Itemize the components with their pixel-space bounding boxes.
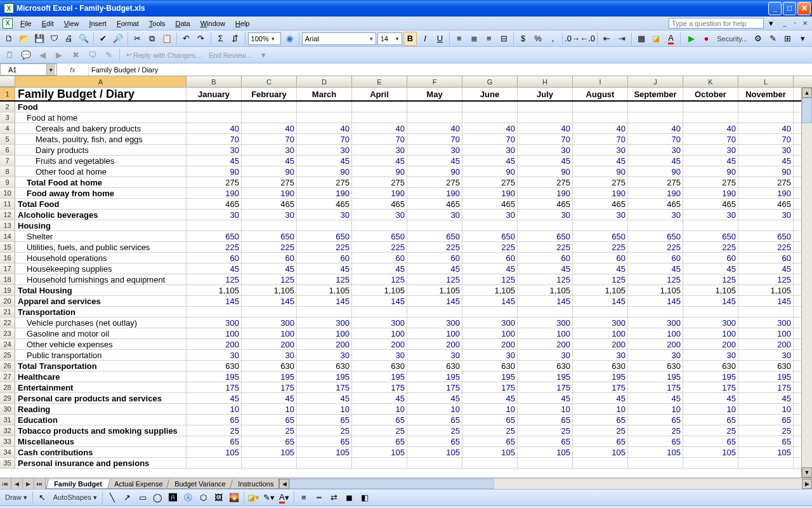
shadow-icon[interactable]: ◼ <box>343 491 357 505</box>
cell-I19[interactable]: 1,105 <box>573 285 628 295</box>
cell-F1[interactable]: May <box>407 88 462 100</box>
cell-G35[interactable] <box>462 458 518 468</box>
font-color-icon[interactable]: A <box>664 32 678 46</box>
redo-icon[interactable]: ↷ <box>194 32 207 46</box>
cell-F12[interactable]: 30 <box>407 210 462 220</box>
cell-J17[interactable]: 45 <box>628 264 683 274</box>
cell-L17[interactable]: 45 <box>738 264 794 274</box>
cell-J15[interactable]: 225 <box>628 242 683 252</box>
cell-C34[interactable]: 105 <box>242 447 297 457</box>
cell-H34[interactable]: 105 <box>518 447 573 457</box>
copy-icon[interactable]: ⧉ <box>145 32 159 46</box>
cell-B19[interactable]: 1,105 <box>187 285 242 295</box>
textbox-icon[interactable]: 🅰 <box>166 491 180 505</box>
underline-button[interactable]: U <box>433 32 447 46</box>
cell-L3[interactable] <box>738 112 794 123</box>
row-header-20[interactable]: 20 <box>0 296 15 306</box>
cell-L10[interactable]: 190 <box>738 188 794 198</box>
cell-H27[interactable]: 195 <box>518 371 573 382</box>
toolbar-options-icon[interactable]: ▾ <box>796 32 809 46</box>
cell-B31[interactable]: 65 <box>187 415 242 425</box>
cell-B34[interactable]: 105 <box>187 447 242 457</box>
cell-B1[interactable]: January <box>187 88 242 100</box>
help-dropdown-icon[interactable]: ▾ <box>764 17 778 30</box>
sheet-tab-instructions[interactable]: Instructions <box>230 479 282 489</box>
cell-B20[interactable]: 145 <box>187 296 242 306</box>
cell-L35[interactable] <box>738 458 794 468</box>
cell-H17[interactable]: 45 <box>518 264 573 274</box>
cell-J34[interactable]: 105 <box>628 447 683 457</box>
cell-K8[interactable]: 90 <box>683 166 738 177</box>
row-header-26[interactable]: 26 <box>0 361 15 371</box>
cell-J3[interactable] <box>628 112 683 123</box>
cell-L9[interactable]: 275 <box>738 177 794 187</box>
doc-close-button[interactable]: ✕ <box>801 19 809 28</box>
cell-A34[interactable]: Cash contributions <box>15 447 187 457</box>
cell-H23[interactable]: 100 <box>518 328 573 338</box>
cell-B35[interactable] <box>187 458 242 468</box>
cell-J4[interactable]: 40 <box>628 123 683 133</box>
cell-J31[interactable]: 65 <box>628 415 683 425</box>
cell-F27[interactable]: 195 <box>407 371 462 382</box>
prev-comment-icon[interactable]: ◀ <box>36 48 49 62</box>
cell-C7[interactable]: 45 <box>242 156 297 166</box>
column-header-G[interactable]: G <box>462 76 518 87</box>
cell-F28[interactable]: 175 <box>407 382 462 392</box>
cell-B11[interactable]: 465 <box>187 199 242 209</box>
cell-D9[interactable]: 275 <box>297 177 352 187</box>
cell-C1[interactable]: February <box>242 88 297 100</box>
cell-K7[interactable]: 45 <box>683 156 738 166</box>
cell-D23[interactable]: 100 <box>297 328 352 338</box>
cell-L25[interactable]: 30 <box>738 350 794 360</box>
hscroll-thumb[interactable] <box>289 479 494 489</box>
cell-J14[interactable]: 650 <box>628 231 683 241</box>
show-comment-icon[interactable]: 💬 <box>19 48 33 62</box>
save-icon[interactable]: 💾 <box>32 32 46 46</box>
vscroll-thumb[interactable] <box>802 98 812 123</box>
cell-I16[interactable]: 60 <box>573 253 628 263</box>
cell-J8[interactable]: 90 <box>628 166 683 177</box>
cell-G4[interactable]: 40 <box>462 123 518 133</box>
cell-E29[interactable]: 45 <box>352 393 407 403</box>
cell-C13[interactable] <box>242 220 297 231</box>
line-color-icon[interactable]: ✎▾ <box>262 491 276 505</box>
row-header-18[interactable]: 18 <box>0 274 15 284</box>
cell-A24[interactable]: Other vehicle expenses <box>15 339 187 349</box>
column-header-C[interactable]: C <box>242 76 297 87</box>
cell-H32[interactable]: 25 <box>518 425 573 436</box>
cell-F19[interactable]: 1,105 <box>407 285 462 295</box>
cell-H11[interactable]: 465 <box>518 199 573 209</box>
cell-B5[interactable]: 70 <box>187 134 242 144</box>
cell-J21[interactable] <box>628 307 683 317</box>
row-header-21[interactable]: 21 <box>0 307 15 317</box>
cell-E11[interactable]: 465 <box>352 199 407 209</box>
cell-G10[interactable]: 190 <box>462 188 518 198</box>
macro-record-icon[interactable]: ● <box>700 32 713 46</box>
cell-C12[interactable]: 30 <box>242 210 297 220</box>
cell-H25[interactable]: 30 <box>518 350 573 360</box>
row-header-22[interactable]: 22 <box>0 318 15 328</box>
cell-L24[interactable]: 200 <box>738 339 794 349</box>
cell-K32[interactable]: 25 <box>683 425 738 436</box>
cell-H26[interactable]: 630 <box>518 361 573 371</box>
cell-D3[interactable] <box>297 112 352 123</box>
cell-G12[interactable]: 30 <box>462 210 518 220</box>
cell-D22[interactable]: 300 <box>297 318 352 328</box>
menu-view[interactable]: View <box>59 18 84 29</box>
cell-C21[interactable] <box>242 307 297 317</box>
name-box-arrow-icon[interactable]: ▾ <box>46 64 55 75</box>
cell-L27[interactable]: 195 <box>738 371 794 382</box>
cell-A7[interactable]: Fruits and vegetables <box>15 156 187 166</box>
row-header-10[interactable]: 10 <box>0 188 15 198</box>
cell-A1[interactable]: Family Budget / Diary <box>15 88 187 100</box>
cell-E22[interactable]: 300 <box>352 318 407 328</box>
cell-L32[interactable]: 25 <box>738 425 794 436</box>
cell-E7[interactable]: 45 <box>352 156 407 166</box>
cell-G15[interactable]: 225 <box>462 242 518 252</box>
vertical-scrollbar[interactable]: ▲ ▼ <box>801 88 812 478</box>
line-icon[interactable]: ╲ <box>105 491 119 505</box>
cell-G8[interactable]: 90 <box>462 166 518 177</box>
cell-B17[interactable]: 45 <box>187 264 242 274</box>
cell-L26[interactable]: 630 <box>738 361 794 371</box>
cell-I1[interactable]: August <box>573 88 628 100</box>
